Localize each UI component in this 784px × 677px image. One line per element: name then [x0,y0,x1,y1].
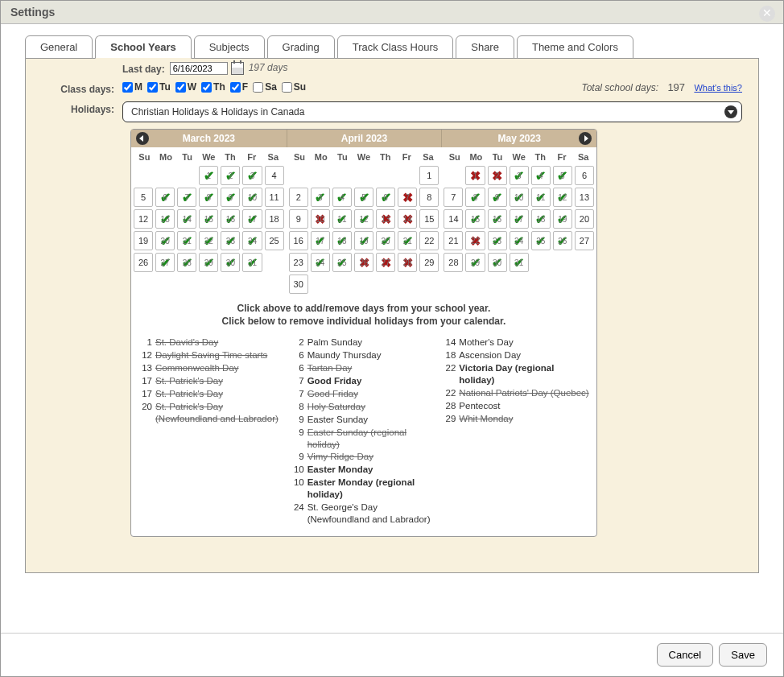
day-cell-2[interactable]: 2 [289,188,308,207]
day-cell-1[interactable]: ✔1 [199,166,218,185]
holiday-item[interactable]: 13Commonwealth Day [138,362,287,374]
tab-subjects[interactable]: Subjects [194,35,265,59]
day-cell-16[interactable]: ✔16 [221,209,240,229]
day-cell-8[interactable]: ✔8 [465,188,485,207]
day-cell-12[interactable]: ✔12 [553,188,572,207]
day-cell-19[interactable]: ✔19 [354,231,373,250]
calendar-icon[interactable] [231,62,244,75]
cancel-button[interactable]: Cancel [657,643,713,667]
day-cell-25[interactable]: ✔25 [332,253,352,272]
save-button[interactable]: Save [719,643,767,667]
day-cell-23[interactable]: ✔23 [221,231,240,250]
day-cell-7[interactable]: ✖7 [398,188,417,207]
day-cell-4[interactable]: 4 [265,166,284,185]
day-cell-28[interactable]: ✖28 [398,253,417,272]
day-cell-3[interactable]: ✔3 [311,188,330,207]
day-cell-31[interactable]: ✔31 [242,253,262,272]
day-checkbox-tu[interactable] [147,82,158,93]
day-cell-1[interactable]: ✖1 [465,166,485,185]
day-cell-4[interactable]: ✔4 [332,188,352,207]
day-cell-13[interactable]: 13 [575,188,594,207]
day-cell-7[interactable]: ✔7 [177,188,196,207]
day-cell-11[interactable]: 11 [265,188,284,207]
holiday-item[interactable]: 9Easter Sunday [290,414,439,426]
day-cell-3[interactable]: ✔3 [510,166,529,185]
day-cell-12[interactable]: ✔12 [354,209,373,229]
day-cell-9[interactable]: ✔9 [488,188,507,207]
day-cell-29[interactable]: ✔29 [199,253,218,272]
day-cell-2[interactable]: ✔2 [221,166,240,185]
day-cell-5[interactable]: 5 [134,188,153,207]
day-cell-29[interactable]: 29 [419,253,439,272]
day-cell-11[interactable]: ✔11 [332,209,352,229]
day-cell-26[interactable]: 26 [134,253,153,272]
day-cell-14[interactable]: ✔14 [177,209,196,229]
day-cell-22[interactable]: 22 [419,231,439,250]
day-cell-18[interactable]: ✔18 [332,231,352,250]
holiday-item[interactable]: 9Vimy Ridge Day [290,451,439,463]
day-cell-22[interactable]: ✔22 [199,231,218,250]
holiday-item[interactable]: 14Mother's Day [441,336,590,349]
day-cell-26[interactable]: ✖26 [354,253,373,272]
day-cell-27[interactable]: ✔27 [155,253,175,272]
holidays-select[interactable]: Christian Holidays & Holidays in Canada [122,101,742,122]
prev-month-icon[interactable] [136,132,149,145]
day-checkbox-w[interactable] [175,82,186,93]
day-cell-30[interactable]: 30 [289,275,308,294]
day-cell-5[interactable]: ✔5 [354,188,373,207]
day-cell-26[interactable]: ✔26 [553,231,572,250]
day-cell-13[interactable]: ✖13 [376,209,395,229]
day-cell-21[interactable]: 21 [444,231,463,250]
day-cell-8[interactable]: ✔8 [199,188,218,207]
holiday-item[interactable]: 12Daylight Saving Time starts [138,349,287,361]
next-month-icon[interactable] [579,132,592,145]
day-cell-30[interactable]: ✔30 [221,253,240,272]
day-cell-20[interactable]: ✔20 [376,231,395,250]
day-cell-19[interactable]: ✔19 [553,209,572,229]
day-check-tu[interactable]: Tu [147,81,171,93]
holiday-item[interactable]: 22National Patriots' Day (Quebec) [441,387,590,399]
day-cell-25[interactable]: 25 [265,231,284,250]
tab-theme-and-colors[interactable]: Theme and Colors [517,35,633,59]
day-cell-17[interactable]: ✔17 [311,231,330,250]
holiday-item[interactable]: 7Good Friday [290,388,439,400]
day-cell-15[interactable]: ✔15 [465,209,485,229]
day-cell-1[interactable]: 1 [419,166,439,185]
day-check-f[interactable]: F [230,81,248,93]
last-day-input[interactable] [170,62,228,75]
day-check-w[interactable]: W [175,81,196,93]
holiday-item[interactable]: 22Victoria Day (regional holiday) [441,362,590,386]
holiday-item[interactable]: 10Easter Monday [290,464,439,476]
day-cell-20[interactable]: 20 [575,209,594,229]
holiday-item[interactable]: 8Holy Saturday [290,401,439,413]
day-checkbox-su[interactable] [282,82,292,93]
day-cell-19[interactable]: 19 [134,231,153,250]
tab-track-class-hours[interactable]: Track Class Hours [337,35,453,59]
day-cell-24[interactable]: ✔24 [242,231,262,250]
day-cell-17[interactable]: ✔17 [510,209,529,229]
day-cell-15[interactable]: ✔15 [199,209,218,229]
day-cell-16[interactable]: ✔16 [488,209,507,229]
day-cell-13[interactable]: ✔13 [155,209,175,229]
day-cell-9[interactable]: 9 [289,209,308,229]
day-cell-18[interactable]: 18 [265,209,284,229]
day-cell-18[interactable]: ✔18 [531,209,551,229]
day-cell-12[interactable]: 12 [134,209,153,229]
holiday-item[interactable]: 6Maundy Thursday [290,349,439,361]
holiday-item[interactable]: 20St. Patrick's Day (Newfoundland and La… [138,401,287,425]
day-cell-10[interactable]: ✔10 [242,188,262,207]
day-cell-23[interactable]: ✔23 [488,231,507,250]
day-checkbox-m[interactable] [122,82,133,93]
day-check-th[interactable]: Th [201,81,225,93]
day-cell-28[interactable]: 28 [444,253,463,272]
whats-this-link[interactable]: What's this? [694,83,742,93]
day-cell-2[interactable]: ✖2 [488,166,507,185]
holiday-item[interactable]: 7Good Friday [290,375,439,387]
holiday-item[interactable]: 17St. Patrick's Day [138,375,287,387]
day-cell-6[interactable]: ✔6 [376,188,395,207]
holiday-item[interactable]: 28Pentecost [441,400,590,412]
day-cell-8[interactable]: 8 [419,188,439,207]
day-check-su[interactable]: Su [282,81,306,93]
holiday-item[interactable]: 9Easter Sunday (regional holiday) [290,427,439,451]
holiday-item[interactable]: 2Palm Sunday [290,336,439,349]
